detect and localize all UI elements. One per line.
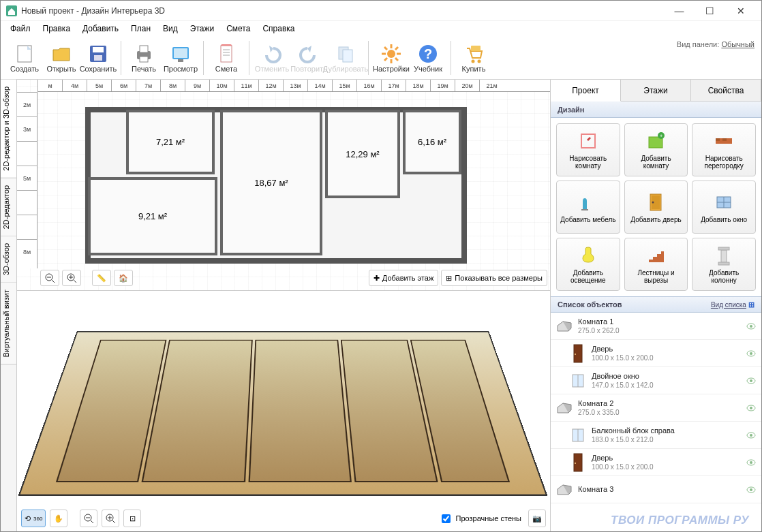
estimate-button[interactable]: Смета (208, 37, 245, 78)
visibility-icon[interactable] (746, 349, 756, 358)
svg-rect-16 (343, 50, 352, 62)
duplicate-button: Дублировать (327, 37, 364, 78)
rp-tab-Свойства[interactable]: Свойства (691, 80, 761, 101)
design-icon (713, 130, 735, 152)
design-btn-0[interactable]: Нарисовать комнату (556, 123, 620, 176)
svg-rect-3 (93, 47, 104, 52)
visibility-icon[interactable] (746, 431, 756, 440)
svg-rect-64 (574, 345, 582, 362)
room[interactable]: 7,21 м² (126, 110, 215, 174)
menu-Этажи[interactable]: Этажи (185, 22, 219, 35)
design-btn-1[interactable]: +Добавить комнату (624, 123, 688, 176)
svg-rect-11 (221, 46, 232, 62)
measure-button[interactable]: 📏 (92, 270, 111, 286)
room[interactable]: 6,16 м² (403, 110, 461, 174)
visibility-icon[interactable] (746, 322, 756, 331)
room-icon (556, 480, 573, 500)
design-btn-3[interactable]: Добавить мебель (556, 181, 620, 234)
menu-Вид[interactable]: Вид (157, 22, 183, 35)
rp-tab-Проект[interactable]: Проект (551, 80, 621, 101)
visibility-icon[interactable] (746, 458, 756, 467)
view-3d-viewport[interactable]: ⟲360 ✋ ⊡ Прозрачные стены 📷 (17, 291, 550, 532)
room[interactable]: 18,67 м² (220, 110, 322, 255)
menu-План[interactable]: План (125, 22, 156, 35)
design-btn-8[interactable]: Добавить колонну (692, 238, 756, 291)
rotate-360-button[interactable]: ⟲360 (21, 510, 46, 527)
show-dimensions-button[interactable]: ⊞Показывать все размеры (441, 270, 547, 286)
menu-Файл[interactable]: Файл (5, 22, 36, 35)
zoom-fit-3d-button[interactable]: ⊡ (123, 510, 141, 527)
menu-Смета[interactable]: Смета (221, 22, 256, 35)
open-button[interactable]: Открыть (43, 37, 80, 78)
panel-mode-link[interactable]: Обычный (721, 40, 755, 48)
zoom-in-3d-button[interactable] (102, 510, 119, 527)
menu-Справка[interactable]: Справка (257, 22, 300, 35)
rp-tab-Этажи[interactable]: Этажи (621, 80, 691, 101)
svg-rect-78 (574, 454, 582, 471)
view-tab-2[interactable]: 3D-обзор (1, 236, 16, 283)
app-icon (6, 5, 17, 16)
design-btn-7[interactable]: Лестницы и вырезы (624, 238, 688, 291)
object-item[interactable]: Дверь100.0 x 15.0 x 200.0 (551, 340, 761, 367)
close-button[interactable]: ✕ (725, 1, 756, 21)
object-item[interactable]: Комната 3 (551, 476, 761, 503)
object-item[interactable]: Комната 2275.0 x 335.0 (551, 394, 761, 422)
create-button[interactable]: Создать (6, 37, 43, 78)
minimize-button[interactable]: — (664, 1, 695, 21)
visibility-icon[interactable] (746, 376, 756, 386)
settings-button[interactable]: Настройки (373, 37, 410, 78)
zoom-in-button[interactable] (62, 270, 81, 286)
save-icon (87, 43, 109, 65)
menu-Добавить[interactable]: Добавить (77, 22, 124, 35)
pan-button[interactable]: ✋ (50, 510, 67, 527)
zoom-out-button[interactable] (40, 270, 59, 286)
floorplan[interactable]: 7,21 м²9,21 м²18,67 м²12,29 м²6,16 м² (85, 107, 467, 264)
menubar: ФайлПравкаДобавитьПланВидЭтажиСметаСправ… (1, 21, 761, 36)
svg-point-79 (575, 463, 576, 464)
view-tab-0[interactable]: 2D-редактор и 3D-обзор (1, 80, 16, 178)
object-item[interactable]: Комната 1275.0 x 262.0 (551, 313, 761, 340)
view-tab-3[interactable]: Виртуальный визит (1, 283, 16, 365)
list-settings-icon[interactable]: ⊞ (748, 300, 755, 309)
svg-line-24 (384, 58, 387, 61)
svg-line-22 (384, 47, 387, 50)
svg-rect-9 (174, 48, 187, 58)
object-item[interactable]: Балконный блок справа183.0 x 15.0 x 212.… (551, 422, 761, 449)
svg-point-71 (750, 379, 752, 382)
design-btn-4[interactable]: Добавить дверь (624, 181, 688, 234)
buy-button[interactable]: Купить (455, 37, 492, 78)
object-list[interactable]: Комната 1275.0 x 262.0Дверь100.0 x 15.0 … (551, 313, 761, 532)
design-icon (645, 191, 667, 213)
design-btn-5[interactable]: Добавить окно (692, 181, 756, 234)
objects-section-header: Список объектов Вид списка ⊞ (551, 296, 761, 313)
list-view-mode-link[interactable]: Вид списка (711, 301, 746, 309)
design-btn-6[interactable]: Добавить освещение (556, 238, 620, 291)
zoom-out-3d-button[interactable] (80, 510, 97, 527)
screenshot-button[interactable]: 📷 (528, 510, 546, 527)
svg-point-29 (478, 59, 481, 63)
maximize-button[interactable]: ☐ (695, 1, 725, 21)
object-item[interactable]: Двойное окно147.0 x 15.0 x 142.0 (551, 367, 761, 394)
menu-Правка[interactable]: Правка (37, 22, 76, 35)
tutorial-button[interactable]: ?Учебник (410, 37, 446, 78)
room[interactable]: 12,29 м² (325, 110, 400, 198)
window-icon (570, 425, 586, 445)
duplicate-icon (335, 43, 356, 65)
object-item[interactable]: Дверь100.0 x 15.0 x 200.0 (551, 449, 761, 476)
visibility-icon[interactable] (746, 485, 756, 495)
view-tab-1[interactable]: 2D-редактор (1, 178, 16, 236)
home-button[interactable]: 🏠 (114, 270, 133, 286)
print-button[interactable]: Печать (125, 37, 162, 78)
design-btn-2[interactable]: Нарисовать перегородку (692, 123, 756, 176)
transparent-walls-checkbox[interactable]: Прозрачные стены (439, 510, 524, 527)
preview-button[interactable]: Просмотр (162, 37, 199, 78)
save-button[interactable]: Сохранить (80, 37, 117, 78)
add-floor-button[interactable]: ✚Добавить этаж (369, 270, 438, 286)
settings-icon (380, 43, 402, 65)
design-icon (577, 191, 599, 213)
visibility-icon[interactable] (746, 403, 756, 413)
plan-2d-viewport[interactable]: м4м5м6м7м8м9м10м11м12м13м14м15м16м17м18м… (17, 80, 550, 291)
room[interactable]: 9,21 м² (88, 177, 217, 255)
svg-rect-50 (716, 138, 720, 141)
view-mode-tabs: 2D-редактор и 3D-обзор2D-редактор3D-обзо… (1, 80, 17, 532)
